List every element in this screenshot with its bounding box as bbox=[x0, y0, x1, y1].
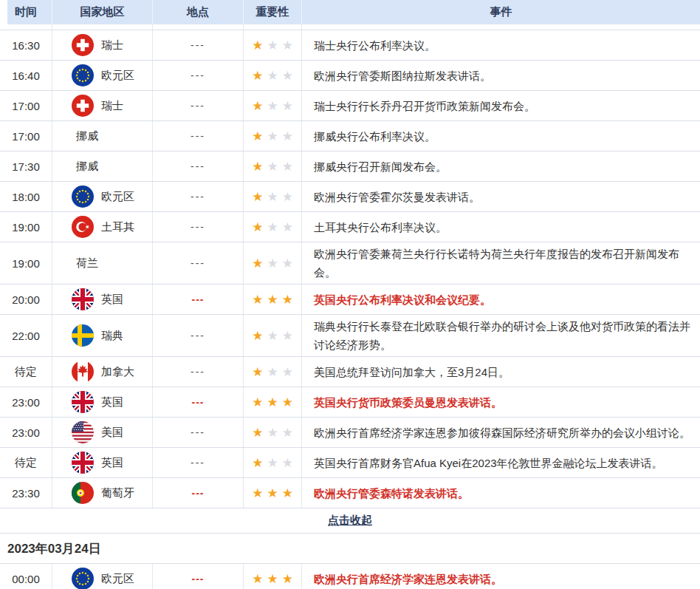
country-name: 瑞士 bbox=[101, 38, 123, 52]
country-name: 葡萄牙 bbox=[101, 486, 134, 500]
event-country: 瑞典 bbox=[52, 315, 153, 356]
event-time: 待定 bbox=[0, 448, 52, 477]
event-description: 欧洲央行管委霍尔茨曼发表讲话。 bbox=[302, 182, 700, 211]
event-description: 英国央行公布利率决议和会议纪要。 bbox=[302, 285, 700, 314]
event-time: 16:30 bbox=[0, 30, 52, 60]
star-icon: ★ bbox=[267, 366, 278, 378]
importance-stars: ★★★ bbox=[244, 30, 302, 60]
star-icon: ★ bbox=[282, 257, 293, 270]
event-location: --- bbox=[153, 315, 244, 356]
star-icon: ★ bbox=[282, 426, 293, 439]
importance-stars: ★★★ bbox=[244, 151, 302, 181]
flag-se-icon bbox=[72, 324, 94, 347]
star-icon: ★ bbox=[252, 457, 263, 469]
flag-gb-icon bbox=[72, 391, 94, 413]
importance-stars: ★★★ bbox=[244, 285, 302, 314]
table-row: 23:30葡萄牙---★★★欧洲央行管委森特诺发表讲话。 bbox=[0, 478, 700, 508]
event-country: 土耳其 bbox=[52, 212, 153, 242]
star-icon: ★ bbox=[252, 100, 263, 112]
event-location: --- bbox=[153, 478, 244, 508]
event-location: --- bbox=[153, 242, 244, 284]
table-row: 22:00瑞典---★★★瑞典央行行长泰登在北欧联合银行举办的研讨会上谈及他对货… bbox=[0, 315, 700, 357]
event-description: 欧洲央行首席经济学家连恩发表讲话。 bbox=[302, 564, 700, 589]
star-icon: ★ bbox=[282, 130, 293, 143]
flag-eu-icon bbox=[72, 568, 94, 589]
event-location: --- bbox=[153, 212, 244, 242]
star-icon: ★ bbox=[267, 396, 278, 409]
event-time: 23:30 bbox=[0, 478, 52, 508]
importance-stars: ★★★ bbox=[244, 357, 302, 387]
star-icon: ★ bbox=[252, 426, 263, 439]
importance-stars: ★★★ bbox=[244, 91, 302, 120]
event-location: --- bbox=[153, 151, 244, 181]
event-location: --- bbox=[153, 387, 244, 417]
country-name: 瑞典 bbox=[101, 329, 123, 343]
star-icon: ★ bbox=[282, 191, 293, 203]
country-name: 欧元区 bbox=[101, 572, 134, 586]
col-header-event: 事件 bbox=[302, 0, 700, 24]
economic-calendar-table: 时间 国家地区 地点 重要性 事件 16:30瑞士---★★★瑞士央行公布利率决… bbox=[0, 0, 700, 589]
star-icon: ★ bbox=[252, 130, 263, 143]
star-icon: ★ bbox=[267, 221, 278, 234]
star-icon: ★ bbox=[267, 69, 278, 82]
table-row: 待定英国---★★★英国央行首席财务官Afua Kyei在2023年伦敦世界金融… bbox=[0, 448, 700, 478]
country-name: 瑞士 bbox=[101, 99, 123, 113]
star-icon: ★ bbox=[282, 573, 293, 585]
flag-pt-icon bbox=[72, 482, 94, 504]
event-description: 土耳其央行公布利率决议。 bbox=[302, 212, 700, 242]
event-description: 欧洲央行管委森特诺发表讲话。 bbox=[302, 478, 700, 508]
star-icon: ★ bbox=[252, 191, 263, 203]
flag-ch-icon bbox=[72, 34, 94, 56]
event-rows-next-day: 00:00欧元区---★★★欧洲央行首席经济学家连恩发表讲话。 bbox=[0, 564, 700, 589]
event-location: --- bbox=[153, 564, 244, 589]
star-icon: ★ bbox=[282, 69, 293, 82]
importance-stars: ★★★ bbox=[244, 418, 302, 447]
country-name: 挪威 bbox=[76, 129, 98, 143]
event-country: 欧元区 bbox=[52, 182, 153, 211]
country-name: 加拿大 bbox=[101, 365, 134, 379]
event-country: 挪威 bbox=[52, 151, 153, 181]
event-location: --- bbox=[153, 121, 244, 151]
star-icon: ★ bbox=[267, 457, 278, 469]
importance-stars: ★★★ bbox=[244, 61, 302, 90]
star-icon: ★ bbox=[282, 487, 293, 500]
country-name: 英国 bbox=[101, 456, 123, 470]
star-icon: ★ bbox=[282, 160, 293, 173]
collapse-link[interactable]: 点击收起 bbox=[328, 514, 372, 528]
event-time: 19:00 bbox=[0, 212, 52, 242]
event-rows-current-day: 16:30瑞士---★★★瑞士央行公布利率决议。16:40欧元区---★★★欧洲… bbox=[0, 30, 700, 508]
event-time: 00:00 bbox=[0, 564, 52, 589]
event-time: 17:00 bbox=[0, 91, 52, 120]
event-description: 欧洲央行管委斯图纳拉斯发表讲话。 bbox=[302, 61, 700, 90]
event-description: 英国央行首席财务官Afua Kyei在2023年伦敦世界金融论坛上发表讲话。 bbox=[302, 448, 700, 477]
star-icon: ★ bbox=[252, 160, 263, 173]
event-location: --- bbox=[153, 61, 244, 90]
event-time: 17:00 bbox=[0, 121, 52, 151]
star-icon: ★ bbox=[252, 221, 263, 234]
table-row: 19:00荷兰---★★★欧洲央行管委兼荷兰央行行长诺特为荷兰央行年度报告的发布… bbox=[0, 242, 700, 285]
event-location: --- bbox=[153, 448, 244, 477]
star-icon: ★ bbox=[267, 573, 278, 585]
flag-eu-icon bbox=[72, 185, 94, 208]
table-row: 17:30挪威---★★★挪威央行召开新闻发布会。 bbox=[0, 151, 700, 182]
table-row: 17:00挪威---★★★挪威央行公布利率决议。 bbox=[0, 121, 700, 151]
collapse-row: 点击收起 bbox=[0, 508, 700, 534]
partial-scrolled-row bbox=[0, 24, 700, 30]
country-name: 土耳其 bbox=[101, 220, 134, 234]
importance-stars: ★★★ bbox=[244, 315, 302, 356]
col-header-importance: 重要性 bbox=[244, 0, 302, 24]
event-description: 挪威央行公布利率决议。 bbox=[302, 121, 700, 151]
star-icon: ★ bbox=[282, 366, 293, 378]
flag-tr-icon bbox=[72, 216, 94, 238]
event-time: 待定 bbox=[0, 357, 52, 387]
table-row: 17:00瑞士---★★★瑞士央行行长乔丹召开货币政策新闻发布会。 bbox=[0, 91, 700, 121]
event-location: --- bbox=[153, 91, 244, 120]
star-icon: ★ bbox=[267, 39, 278, 52]
event-country: 英国 bbox=[52, 448, 153, 477]
table-row: 19:00土耳其---★★★土耳其央行公布利率决议。 bbox=[0, 212, 700, 242]
star-icon: ★ bbox=[267, 257, 278, 270]
star-icon: ★ bbox=[252, 487, 263, 500]
star-icon: ★ bbox=[267, 100, 278, 112]
event-description: 瑞士央行公布利率决议。 bbox=[302, 30, 700, 60]
event-time: 23:00 bbox=[0, 418, 52, 447]
